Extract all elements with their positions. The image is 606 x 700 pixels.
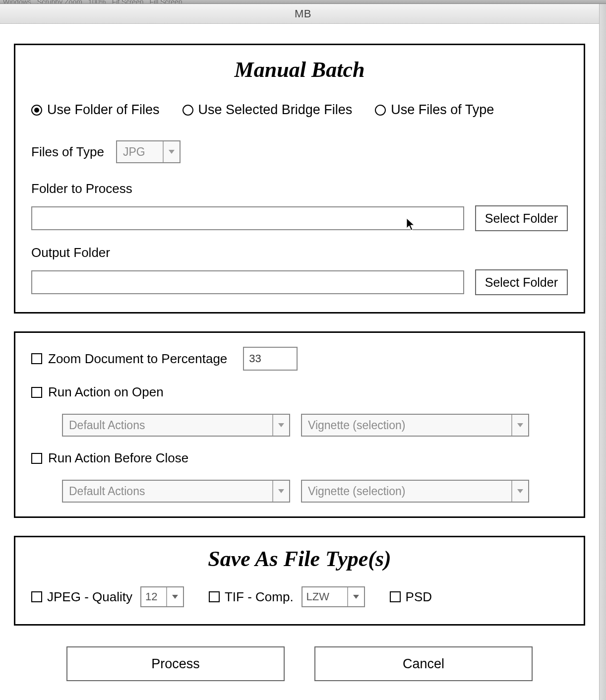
run-action-open-row: Run Action on Open — [31, 384, 568, 400]
svg-marker-4 — [517, 489, 523, 493]
radio-label: Use Selected Bridge Files — [198, 102, 353, 118]
files-of-type-select[interactable]: JPG — [116, 140, 181, 163]
zoom-label: Zoom Document to Percentage — [48, 351, 227, 367]
zoom-checkbox[interactable] — [31, 353, 42, 364]
psd-label: PSD — [406, 589, 432, 605]
save-as-panel: Save As File Type(s) JPEG - Quality 12 T… — [14, 536, 585, 626]
save-options-row: JPEG - Quality 12 TIF - Comp. LZW — [31, 586, 568, 607]
psd-checkbox[interactable] — [390, 591, 401, 602]
toolbar-item[interactable]: Fit Screen — [112, 0, 144, 4]
chevron-down-icon — [166, 587, 183, 606]
radio-label: Use Folder of Files — [47, 102, 160, 118]
radio-use-folder[interactable]: Use Folder of Files — [31, 102, 160, 118]
svg-marker-2 — [517, 423, 523, 427]
chevron-down-icon — [272, 415, 289, 436]
run-action-open-checkbox[interactable] — [31, 387, 42, 398]
folder-to-process-input[interactable] — [31, 206, 464, 230]
files-of-type-row: Files of Type JPG — [31, 140, 568, 163]
process-button[interactable]: Process — [66, 646, 285, 681]
window-title: MB — [295, 7, 311, 20]
psd-option: PSD — [390, 589, 432, 605]
svg-marker-1 — [278, 423, 284, 427]
output-folder-input[interactable] — [31, 270, 464, 294]
folder-to-process-label: Folder to Process — [31, 181, 568, 196]
chevron-down-icon — [163, 141, 180, 162]
jpeg-label: JPEG - Quality — [47, 589, 132, 605]
app-toolbar: Windows Scrubby Zoom 100% Fit Screen Fil… — [0, 0, 606, 4]
close-action-name-select[interactable]: Vignette (selection) — [301, 480, 529, 503]
actions-panel: Zoom Document to Percentage 33 Run Actio… — [14, 331, 585, 518]
toolbar-item[interactable]: Fill Screen — [149, 0, 182, 4]
run-action-close-row: Run Action Before Close — [31, 450, 568, 466]
svg-marker-6 — [353, 595, 359, 599]
svg-marker-3 — [278, 489, 284, 493]
manual-batch-panel: Manual Batch Use Folder of Files Use Sel… — [14, 44, 585, 314]
zoom-row: Zoom Document to Percentage 33 — [31, 347, 568, 371]
open-action-set-value: Default Actions — [63, 415, 272, 436]
dialog-buttons-row: Process Cancel — [14, 643, 585, 681]
chevron-down-icon — [511, 415, 528, 436]
radio-icon — [375, 105, 386, 116]
chevron-down-icon — [511, 481, 528, 502]
toolbar-item[interactable]: Scrubby Zoom — [37, 0, 82, 4]
open-action-set-select[interactable]: Default Actions — [62, 414, 290, 437]
select-folder-output-button[interactable]: Select Folder — [475, 269, 568, 295]
tif-compression-select[interactable]: LZW — [302, 586, 365, 607]
tif-label: TIF - Comp. — [225, 589, 294, 605]
close-action-selects: Default Actions Vignette (selection) — [62, 480, 568, 503]
files-of-type-label: Files of Type — [31, 144, 104, 160]
folder-to-process-row: Select Folder — [31, 205, 568, 231]
radio-label: Use Files of Type — [391, 102, 494, 118]
output-folder-label: Output Folder — [31, 245, 568, 260]
jpeg-quality-value: 12 — [141, 587, 166, 606]
manual-batch-title: Manual Batch — [31, 57, 568, 82]
dialog-content: Manual Batch Use Folder of Files Use Sel… — [0, 24, 599, 700]
chevron-down-icon — [272, 481, 289, 502]
toolbar-item[interactable]: 100% — [88, 0, 106, 4]
jpeg-quality-select[interactable]: 12 — [140, 586, 184, 607]
files-of-type-value: JPG — [117, 141, 163, 162]
svg-marker-5 — [172, 595, 178, 599]
source-radio-group: Use Folder of Files Use Selected Bridge … — [31, 102, 568, 118]
radio-icon — [31, 105, 42, 116]
open-action-name-value: Vignette (selection) — [302, 415, 511, 436]
tif-checkbox[interactable] — [209, 591, 220, 602]
jpeg-checkbox[interactable] — [31, 591, 42, 602]
run-action-close-label: Run Action Before Close — [48, 450, 188, 466]
radio-icon — [182, 105, 193, 116]
tif-option: TIF - Comp. — [209, 589, 294, 605]
select-folder-process-button[interactable]: Select Folder — [475, 205, 568, 231]
window-titlebar: MB — [0, 4, 606, 24]
open-action-selects: Default Actions Vignette (selection) — [62, 414, 568, 437]
tif-compression-value: LZW — [303, 587, 347, 606]
close-action-set-value: Default Actions — [63, 481, 272, 502]
close-action-set-select[interactable]: Default Actions — [62, 480, 290, 503]
close-action-name-value: Vignette (selection) — [302, 481, 511, 502]
radio-use-bridge[interactable]: Use Selected Bridge Files — [182, 102, 353, 118]
window-right-edge — [599, 4, 606, 700]
output-folder-row: Select Folder — [31, 269, 568, 295]
svg-marker-0 — [169, 150, 175, 154]
open-action-name-select[interactable]: Vignette (selection) — [301, 414, 529, 437]
zoom-percent-input[interactable]: 33 — [243, 347, 298, 371]
toolbar-item[interactable]: Windows — [3, 0, 31, 4]
radio-use-type[interactable]: Use Files of Type — [375, 102, 494, 118]
run-action-close-checkbox[interactable] — [31, 453, 42, 464]
save-as-title: Save As File Type(s) — [31, 546, 568, 572]
chevron-down-icon — [347, 587, 364, 606]
run-action-open-label: Run Action on Open — [48, 384, 164, 400]
jpeg-option: JPEG - Quality — [31, 589, 132, 605]
cancel-button[interactable]: Cancel — [314, 646, 533, 681]
